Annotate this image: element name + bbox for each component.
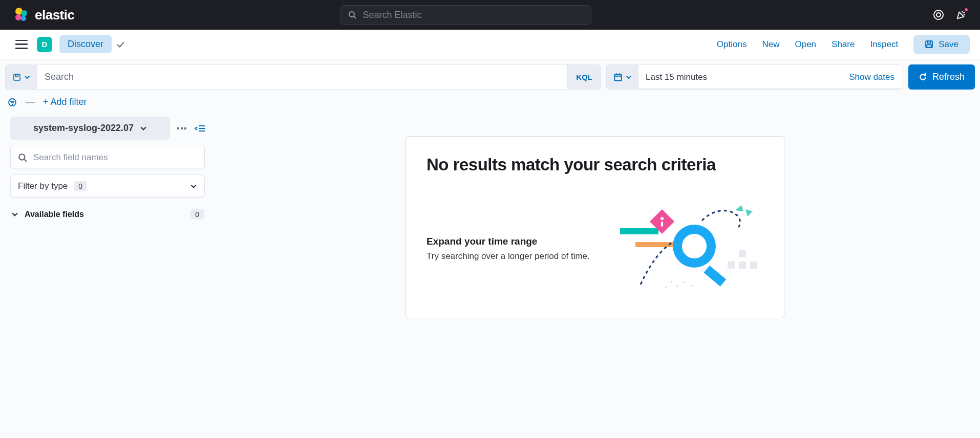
query-input[interactable] [37,65,567,89]
news-button[interactable] [955,9,967,20]
search-icon [18,153,27,162]
svg-point-3 [21,16,26,21]
notification-dot-icon [964,7,969,12]
header-right-icons [933,9,972,20]
svg-rect-13 [927,45,932,48]
global-search-box[interactable] [340,5,591,25]
field-search-box[interactable] [10,146,205,169]
options-link[interactable]: Options [717,39,747,50]
search-icon [348,11,356,19]
time-picker-button[interactable] [607,65,638,89]
filter-type-count-badge: 0 [74,181,87,191]
index-pattern-label: system-syslog-2022.07 [33,123,134,134]
svg-rect-33 [739,261,746,269]
calendar-icon [613,73,623,82]
refresh-button-label: Refresh [932,72,965,82]
inspect-link[interactable]: Inspect [870,39,898,50]
elastic-logo-icon [13,7,29,23]
app-actions: Options New Open Share Inspect Save [717,35,970,54]
index-pattern-row: system-syslog-2022.07 [10,117,205,140]
chevron-down-icon [24,74,30,80]
filter-by-type-label: Filter by type [18,181,68,191]
refresh-button[interactable]: Refresh [908,64,975,90]
chevron-down-icon [140,125,147,132]
svg-point-42 [661,217,664,220]
space-selector[interactable]: D [37,37,52,52]
main-body: system-syslog-2022.07 Filter by type 0 A… [0,113,980,328]
no-results-illustration-icon [620,200,763,297]
svg-point-6 [934,10,943,19]
svg-line-9 [964,12,965,13]
check-icon [116,40,125,49]
time-range-label[interactable]: Last 15 minutes [638,65,841,89]
svg-point-7 [936,13,941,17]
refresh-icon [919,73,927,81]
save-button[interactable]: Save [913,35,970,54]
svg-point-46 [684,281,685,283]
svg-rect-43 [661,222,663,227]
time-picker: Last 15 minutes Show dates [606,64,903,90]
brand-name: elastic [35,7,74,23]
filter-menu-icon[interactable] [7,97,17,107]
svg-rect-16 [614,74,622,80]
svg-rect-26 [184,127,186,129]
svg-point-2 [15,14,22,20]
no-results-panel: No results match your search criteria Ex… [406,136,784,318]
chevron-down-icon [11,211,18,218]
new-link[interactable]: New [762,39,779,50]
available-fields-count-badge: 0 [190,209,204,220]
svg-point-44 [671,281,672,283]
open-link[interactable]: Open [795,39,816,50]
data-view-options-icon[interactable] [177,126,187,131]
index-pattern-selector[interactable]: system-syslog-2022.07 [10,117,170,140]
filter-by-type-selector[interactable]: Filter by type 0 [10,174,205,198]
svg-point-45 [677,286,678,287]
app-header: D Discover Options New Open Share Inspec… [0,30,980,59]
global-search-input[interactable] [363,10,584,20]
fields-sidebar: system-syslog-2022.07 Filter by type 0 A… [10,117,205,318]
show-dates-link[interactable]: Show dates [841,65,903,89]
global-header: elastic [0,0,980,30]
chevron-down-icon [190,183,197,190]
svg-rect-32 [728,261,735,269]
no-results-description: Try searching over a longer period of ti… [427,251,590,261]
save-icon [925,40,933,49]
svg-line-31 [24,159,27,162]
query-lang-button[interactable]: KQL [567,65,601,89]
query-input-box: KQL [5,64,601,90]
brand-logo[interactable]: elastic [13,7,74,23]
save-button-label: Save [939,39,958,50]
help-button[interactable] [933,9,944,20]
svg-point-30 [19,154,25,160]
saved-query-button[interactable] [6,65,37,89]
no-results-title: No results match your search criteria [427,155,763,174]
svg-rect-40 [704,266,726,287]
svg-point-4 [349,12,354,17]
collapse-sidebar-icon[interactable] [195,124,205,133]
svg-line-5 [354,16,356,18]
add-filter-button[interactable]: + Add filter [43,97,87,107]
svg-point-39 [682,234,707,258]
svg-rect-25 [181,127,183,129]
lifebuoy-icon [933,9,944,20]
svg-rect-14 [14,74,20,80]
svg-rect-35 [739,250,746,257]
chevron-down-icon [626,74,632,80]
query-bar: KQL Last 15 minutes Show dates Refresh [0,59,980,90]
svg-point-48 [691,286,693,287]
nav-toggle-button[interactable] [15,40,28,49]
disk-icon [13,73,21,81]
field-search-input[interactable] [33,152,197,163]
filter-bar: — + Add filter [0,90,980,113]
svg-point-1 [21,10,27,16]
svg-point-47 [666,287,667,288]
share-link[interactable]: Share [832,39,855,50]
results-area: No results match your search criteria Ex… [215,117,975,318]
svg-rect-34 [750,261,757,269]
app-name-pill[interactable]: Discover [59,35,112,53]
available-fields-toggle[interactable]: Available fields 0 [10,207,205,222]
svg-rect-36 [620,228,658,234]
filter-separator: — [26,97,35,107]
available-fields-label: Available fields [25,210,184,219]
svg-rect-24 [177,127,179,129]
